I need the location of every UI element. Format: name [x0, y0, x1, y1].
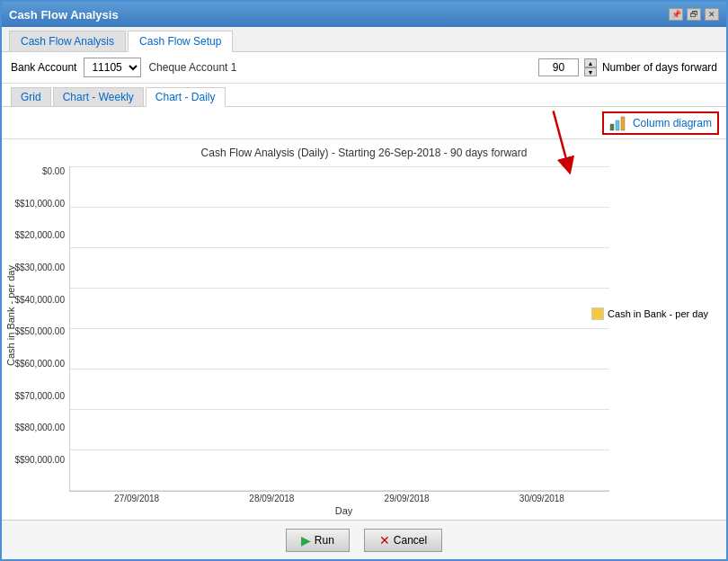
x-label-0: 27/09/2018 [69, 494, 204, 503]
column-diagram-button[interactable]: Column diagram [602, 111, 719, 135]
run-icon: ▶ [301, 533, 311, 548]
y-label-5: $$50,000.00 [14, 326, 65, 336]
chart-type-label: Column diagram [633, 117, 712, 129]
cancel-label: Cancel [394, 534, 427, 547]
x-axis-title: Day [69, 503, 618, 520]
cancel-button[interactable]: ✕ Cancel [364, 529, 442, 552]
spin-down-button[interactable]: ▼ [584, 67, 597, 76]
legend-item-0: Cash in Bank - per day [591, 307, 708, 320]
tab-grid[interactable]: Grid [11, 87, 51, 106]
y-label-1: $$10,000.00 [14, 199, 65, 209]
y-label-2: $$20,000.00 [14, 230, 65, 240]
bars-container [70, 166, 609, 491]
tab-cash-flow-setup[interactable]: Cash Flow Setup [128, 31, 233, 52]
x-label-3: 30/09/2018 [475, 494, 609, 503]
y-axis-title: Cash in Bank - per day [5, 265, 16, 366]
svg-rect-1 [610, 124, 614, 130]
chart-tab-bar: Grid Chart - Weekly Chart - Daily [2, 84, 726, 107]
close-button[interactable]: ✕ [705, 8, 719, 21]
days-input[interactable]: 90 [538, 58, 579, 76]
x-label-2: 29/09/2018 [340, 494, 475, 503]
restore-button[interactable]: 🗗 [687, 8, 701, 21]
legend-color-0 [591, 307, 604, 320]
legend: Cash in Bank - per day [591, 307, 708, 320]
days-spinner: ▲ ▼ [584, 58, 597, 76]
run-label: Run [315, 534, 334, 547]
spin-up-button[interactable]: ▲ [584, 58, 597, 67]
toolbar: Bank Account 11105 Cheque Account 1 90 ▲… [2, 52, 726, 84]
x-label-1: 28/09/2018 [204, 494, 339, 503]
svg-rect-3 [621, 117, 625, 130]
footer: ▶ Run ✕ Cancel [2, 520, 726, 559]
bank-account-label: Bank Account [11, 61, 76, 74]
account-name: Cheque Account 1 [148, 61, 236, 74]
window-controls: 📌 🗗 ✕ [669, 8, 719, 21]
title-bar: Cash Flow Analysis 📌 🗗 ✕ [2, 2, 726, 27]
main-window: Cash Flow Analysis 📌 🗗 ✕ Cash Flow Analy… [0, 0, 728, 561]
days-label: Number of days forward [602, 61, 717, 74]
chart-title: Cash Flow Analysis (Daily) - Starting 26… [2, 147, 726, 159]
y-label-7: $$70,000.00 [14, 391, 65, 401]
y-label-3: $$30,000.00 [14, 263, 65, 272]
svg-rect-2 [616, 120, 619, 130]
y-label-4: $$40,000.00 [14, 295, 65, 305]
days-forward-group: 90 ▲ ▼ Number of days forward [538, 58, 717, 76]
chart-content: Cash Flow Analysis (Daily) - Starting 26… [2, 139, 726, 520]
chart-area: Column diagram Cash Flow Analysis (Daily… [2, 107, 726, 520]
pin-button[interactable]: 📌 [669, 8, 683, 21]
y-label-9: $$90,000.00 [14, 455, 65, 465]
legend-label-0: Cash in Bank - per day [608, 308, 708, 319]
column-diagram-icon [609, 115, 629, 131]
run-button[interactable]: ▶ Run [286, 529, 350, 552]
tab-chart-weekly[interactable]: Chart - Weekly [53, 87, 144, 106]
chart-header-bar: Column diagram [2, 107, 726, 139]
tab-chart-daily[interactable]: Chart - Daily [146, 87, 226, 107]
top-tab-bar: Cash Flow Analysis Cash Flow Setup [2, 27, 726, 52]
chart-plot [69, 166, 609, 492]
tab-cash-flow-analysis[interactable]: Cash Flow Analysis [9, 31, 126, 51]
y-label-0: $0.00 [42, 166, 65, 176]
y-label-8: $$80,000.00 [14, 423, 65, 432]
window-title: Cash Flow Analysis [9, 8, 119, 22]
cancel-icon: ✕ [379, 533, 390, 548]
bank-account-select[interactable]: 11105 [84, 58, 141, 77]
y-label-6: $$60,000.00 [14, 359, 65, 369]
